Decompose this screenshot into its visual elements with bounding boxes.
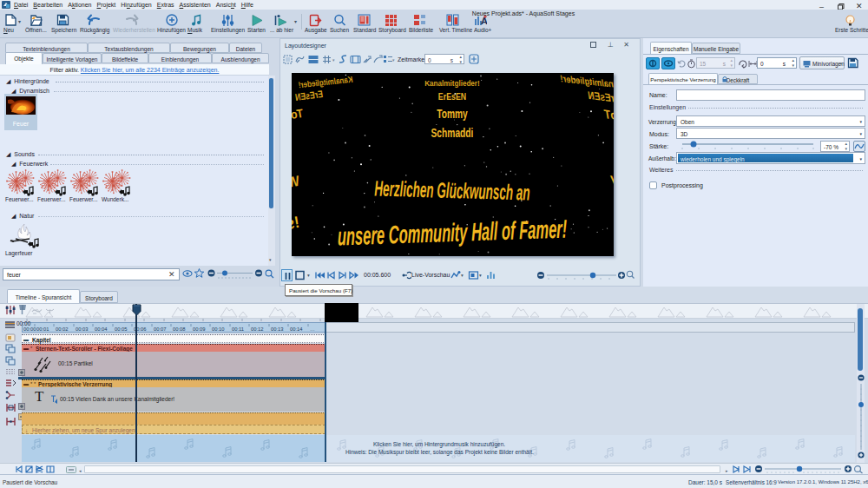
svg-text:00:05: 00:05: [115, 326, 128, 332]
svg-text:00:07: 00:07: [154, 326, 167, 332]
svg-text:00:02: 00:02: [56, 326, 69, 332]
svg-text:…: …: [310, 326, 315, 332]
svg-text:00:09: 00:09: [193, 326, 206, 332]
svg-text:00:00: 00:00: [23, 326, 36, 332]
svg-text:00:12: 00:12: [251, 326, 264, 332]
svg-text:00:11: 00:11: [232, 326, 244, 332]
svg-text:00:03: 00:03: [76, 326, 89, 332]
svg-text:00:10: 00:10: [212, 326, 225, 332]
svg-text:00:08: 00:08: [173, 326, 186, 332]
svg-text:00:04: 00:04: [95, 326, 108, 332]
svg-text:00:14: 00:14: [290, 326, 303, 332]
svg-text:00:01: 00:01: [36, 326, 49, 332]
svg-text:00:13: 00:13: [271, 326, 284, 332]
svg-text:A: A: [481, 16, 487, 26]
